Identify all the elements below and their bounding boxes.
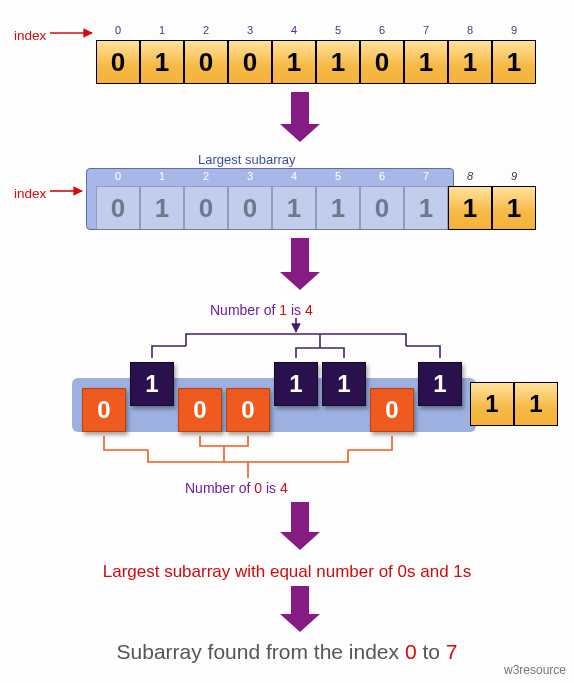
piece-zero: 0 xyxy=(370,388,414,432)
index-cell: 9 xyxy=(492,24,536,36)
summary2-pre: Subarray found from the index xyxy=(117,640,405,663)
stage2-subindex-row: 0 1 2 3 4 5 6 7 xyxy=(96,170,448,182)
index-cell: 2 xyxy=(184,24,228,36)
array-cell: 0 xyxy=(184,40,228,84)
piece-one: 1 xyxy=(274,362,318,406)
index-cell: 7 xyxy=(404,24,448,36)
index-cell: 6 xyxy=(360,24,404,36)
ones-count-label: Number of 1 is 4 xyxy=(210,302,313,318)
array-cell: 1 xyxy=(492,40,536,84)
tail-cell: 1 xyxy=(470,382,514,426)
index-cell: 0 xyxy=(96,24,140,36)
index-cell: 8 xyxy=(448,24,492,36)
ones-count-mid: is xyxy=(287,302,305,318)
index-label-1: index xyxy=(14,28,46,43)
summary2-from: 0 xyxy=(405,640,417,663)
array-cell: 1 xyxy=(448,40,492,84)
watermark: w3resource xyxy=(504,663,566,677)
index-cell: 1 xyxy=(140,24,184,36)
summary2-mid: to xyxy=(417,640,446,663)
array-cell: 1 xyxy=(272,40,316,84)
piece-zero: 0 xyxy=(82,388,126,432)
zeros-glyph: 0 xyxy=(254,480,262,496)
array-cell: 0 xyxy=(360,186,404,230)
index-cell: 4 xyxy=(272,170,316,182)
index-cell: 3 xyxy=(228,24,272,36)
summary-line-2: Subarray found from the index 0 to 7 xyxy=(0,640,574,664)
array-cell: 0 xyxy=(96,40,140,84)
array-cell: 1 xyxy=(316,40,360,84)
array-cell: 1 xyxy=(272,186,316,230)
index-cell: 5 xyxy=(316,170,360,182)
index-cell: 8 xyxy=(448,170,492,182)
index-cell: 9 xyxy=(492,170,536,182)
zeros-count-value: 4 xyxy=(280,480,288,496)
array-cell: 1 xyxy=(448,186,492,230)
stage1-index-row: 0 1 2 3 4 5 6 7 8 9 xyxy=(96,24,536,36)
largest-subarray-label: Largest subarray xyxy=(198,152,296,167)
array-cell: 0 xyxy=(184,186,228,230)
ones-count-pre: Number of xyxy=(210,302,279,318)
summary-line-1: Largest subarray with equal number of 0s… xyxy=(0,562,574,582)
array-cell: 1 xyxy=(404,40,448,84)
index-cell: 7 xyxy=(404,170,448,182)
ones-glyph: 1 xyxy=(279,302,287,318)
index-cell: 6 xyxy=(360,170,404,182)
index-cell: 4 xyxy=(272,24,316,36)
index-cell: 5 xyxy=(316,24,360,36)
summary2-to: 7 xyxy=(446,640,458,663)
array-cell: 0 xyxy=(228,40,272,84)
piece-zero: 0 xyxy=(178,388,222,432)
piece-one: 1 xyxy=(418,362,462,406)
array-cell: 1 xyxy=(140,40,184,84)
index-cell: 0 xyxy=(96,170,140,182)
ones-count-value: 4 xyxy=(305,302,313,318)
piece-one: 1 xyxy=(322,362,366,406)
stage1-array: 0 1 0 0 1 1 0 1 1 1 xyxy=(96,40,536,84)
zeros-count-label: Number of 0 is 4 xyxy=(185,480,288,496)
array-cell: 0 xyxy=(96,186,140,230)
array-cell: 1 xyxy=(492,186,536,230)
array-cell: 1 xyxy=(404,186,448,230)
array-cell: 0 xyxy=(228,186,272,230)
index-cell: 1 xyxy=(140,170,184,182)
array-cell: 0 xyxy=(360,40,404,84)
stage2-array: 0 1 0 0 1 1 0 1 1 1 xyxy=(96,186,536,230)
array-cell: 1 xyxy=(316,186,360,230)
tail-cell: 1 xyxy=(514,382,558,426)
piece-zero: 0 xyxy=(226,388,270,432)
index-label-2: index xyxy=(14,186,46,201)
index-cell: 3 xyxy=(228,170,272,182)
zeros-count-pre: Number of xyxy=(185,480,254,496)
array-cell: 1 xyxy=(140,186,184,230)
piece-one: 1 xyxy=(130,362,174,406)
stage2-tailindex-row: 8 9 xyxy=(448,170,536,182)
index-cell: 2 xyxy=(184,170,228,182)
zeros-count-mid: is xyxy=(262,480,280,496)
